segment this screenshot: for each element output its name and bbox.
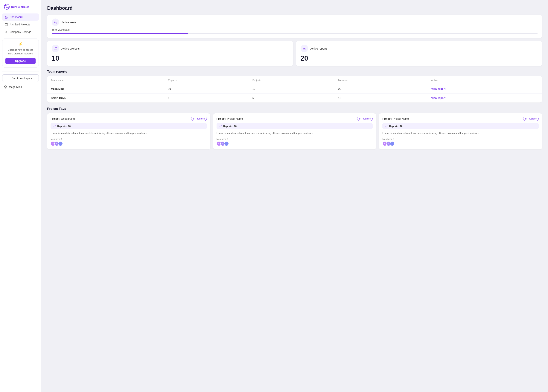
folder-icon bbox=[54, 47, 57, 50]
team-reports-table-card: Team name Reports Projects Members Actio… bbox=[47, 76, 542, 103]
cell-action[interactable]: View report bbox=[427, 93, 542, 103]
sidebar-divider bbox=[2, 71, 39, 71]
team-reports-title: Team reports bbox=[47, 70, 542, 73]
project-card: Project: Project Name In Progress Report… bbox=[213, 113, 376, 149]
cell-team-name: Smart Guys bbox=[47, 93, 164, 103]
col-team-name: Team name bbox=[47, 76, 164, 84]
project-card-header: Project: Project Name In Progress bbox=[217, 117, 373, 121]
more-options-button[interactable]: ⋮ bbox=[535, 140, 539, 144]
project-reports-bar: Reports: 10 bbox=[50, 123, 207, 129]
team-reports-table: Team name Reports Projects Members Actio… bbox=[47, 76, 542, 103]
cell-reports: 10 bbox=[164, 84, 249, 93]
project-cards-row: Project: Onboarding In Progress Reports:… bbox=[47, 113, 542, 149]
avatar-group: A B C bbox=[50, 141, 62, 146]
in-progress-badge: In Progress bbox=[191, 117, 207, 121]
members-section: Members: 3 A B C bbox=[217, 138, 228, 146]
active-projects-label: Active projects bbox=[61, 47, 80, 50]
upgrade-box: ⚡ Upgrade now to access more premium fea… bbox=[2, 39, 39, 68]
svg-rect-3 bbox=[6, 17, 7, 18]
col-projects: Projects bbox=[249, 76, 335, 84]
reports-bar-label: Reports: 10 bbox=[389, 125, 403, 127]
reports-bar-icon bbox=[219, 125, 222, 127]
chart-icon bbox=[302, 47, 306, 50]
project-card: Project: Project Name In Progress Report… bbox=[379, 113, 542, 149]
table-header-row: Team name Reports Projects Members Actio… bbox=[47, 76, 542, 84]
upgrade-button[interactable]: Upgrade bbox=[5, 58, 36, 64]
project-card-footer: Members: 3 A B C ⋮ bbox=[50, 138, 207, 146]
projects-icon-circle bbox=[52, 45, 59, 52]
create-workspace-button[interactable]: + Create workspace bbox=[2, 74, 39, 82]
members-section: Members: 3 A B C bbox=[382, 138, 394, 146]
members-label: Members: 3 bbox=[217, 138, 228, 140]
svg-rect-4 bbox=[5, 24, 7, 24]
avatar-group: A B C bbox=[382, 141, 394, 146]
project-description: Lorem ipsum dolor sit amet, consectetur … bbox=[382, 131, 539, 135]
avatar: C bbox=[58, 141, 63, 146]
upgrade-text: Upgrade now to access more premium featu… bbox=[5, 48, 36, 55]
more-options-button[interactable]: ⋮ bbox=[369, 140, 373, 144]
cell-reports: 5 bbox=[164, 93, 249, 103]
in-progress-badge: In Progress bbox=[357, 117, 373, 121]
lightning-icon: ⚡ bbox=[5, 42, 36, 47]
archive-icon bbox=[5, 23, 8, 26]
svg-point-6 bbox=[55, 21, 56, 22]
page-title: Dashboard bbox=[47, 5, 542, 11]
seats-progress-text: 56 of 200 seats bbox=[52, 28, 538, 31]
sidebar-item-dashboard[interactable]: Dashboard bbox=[2, 14, 39, 21]
avatar: C bbox=[224, 141, 229, 146]
col-reports: Reports bbox=[164, 76, 249, 84]
members-label: Members: 3 bbox=[382, 138, 394, 140]
svg-point-1 bbox=[4, 5, 7, 8]
project-card-footer: Members: 3 A B C ⋮ bbox=[217, 138, 373, 146]
avatar-group: A B C bbox=[217, 141, 228, 146]
members-label: Members: 3 bbox=[50, 138, 62, 140]
home-icon bbox=[5, 15, 8, 19]
col-members: Members bbox=[334, 76, 427, 84]
reports-icon-circle bbox=[301, 45, 308, 52]
active-projects-card: Active projects 10 bbox=[47, 41, 293, 66]
cell-team-name: Mega Mind bbox=[47, 84, 164, 93]
project-card: Project: Onboarding In Progress Reports:… bbox=[47, 113, 210, 149]
active-reports-header: Active reports bbox=[301, 45, 538, 52]
reports-bar-label: Reports: 10 bbox=[223, 125, 237, 127]
table-row: Smart Guys 5 5 15 View report bbox=[47, 93, 542, 103]
active-reports-count: 20 bbox=[301, 54, 538, 62]
dashboard-label: Dashboard bbox=[10, 15, 23, 19]
project-card-footer: Members: 3 A B C ⋮ bbox=[382, 138, 539, 146]
reports-bar-label: Reports: 10 bbox=[57, 125, 71, 127]
logo-text: purple circles bbox=[11, 5, 29, 8]
workspace-mega-mind[interactable]: Mega Mind bbox=[0, 84, 41, 91]
cell-members: 29 bbox=[334, 84, 427, 93]
cell-action[interactable]: View report bbox=[427, 84, 542, 93]
project-reports-bar: Reports: 10 bbox=[382, 123, 539, 129]
project-reports-bar: Reports: 10 bbox=[217, 123, 373, 129]
active-reports-label: Active reports bbox=[310, 47, 327, 50]
main-content: Dashboard Active seats 56 of 200 seats bbox=[41, 0, 548, 392]
seats-progress-bar bbox=[52, 33, 538, 34]
project-favs-title: Project Favs bbox=[47, 107, 542, 111]
project-name: Project: Onboarding bbox=[50, 117, 75, 120]
settings-label: Company Settings bbox=[10, 30, 31, 34]
active-seats-label: Active seats bbox=[61, 21, 77, 24]
svg-point-5 bbox=[6, 32, 7, 33]
active-projects-count: 10 bbox=[52, 54, 289, 62]
reports-bar-icon bbox=[385, 125, 388, 127]
project-name: Project: Project Name bbox=[217, 117, 243, 120]
sidebar-item-settings[interactable]: Company Settings bbox=[2, 28, 39, 35]
create-workspace-label: Create workspace bbox=[12, 77, 33, 80]
more-options-button[interactable]: ⋮ bbox=[203, 140, 207, 144]
project-description: Lorem ipsum dolor sit amet, consectetur … bbox=[50, 131, 207, 135]
project-description: Lorem ipsum dolor sit amet, consectetur … bbox=[217, 131, 373, 135]
sidebar: purple circles Dashboard Archived Projec… bbox=[0, 0, 41, 392]
project-card-header: Project: Onboarding In Progress bbox=[50, 117, 207, 121]
sidebar-item-archived[interactable]: Archived Projects bbox=[2, 21, 39, 28]
seats-progress-fill bbox=[52, 33, 188, 34]
members-section: Members: 3 A B C bbox=[50, 138, 62, 146]
sidebar-navigation: Dashboard Archived Projects Company Sett… bbox=[0, 14, 41, 35]
reports-bar-icon bbox=[53, 125, 56, 127]
person-icon bbox=[54, 20, 57, 24]
plus-icon: + bbox=[8, 77, 10, 80]
gear-icon bbox=[5, 30, 8, 34]
project-name: Project: Project Name bbox=[382, 117, 409, 120]
cell-projects: 5 bbox=[249, 93, 335, 103]
